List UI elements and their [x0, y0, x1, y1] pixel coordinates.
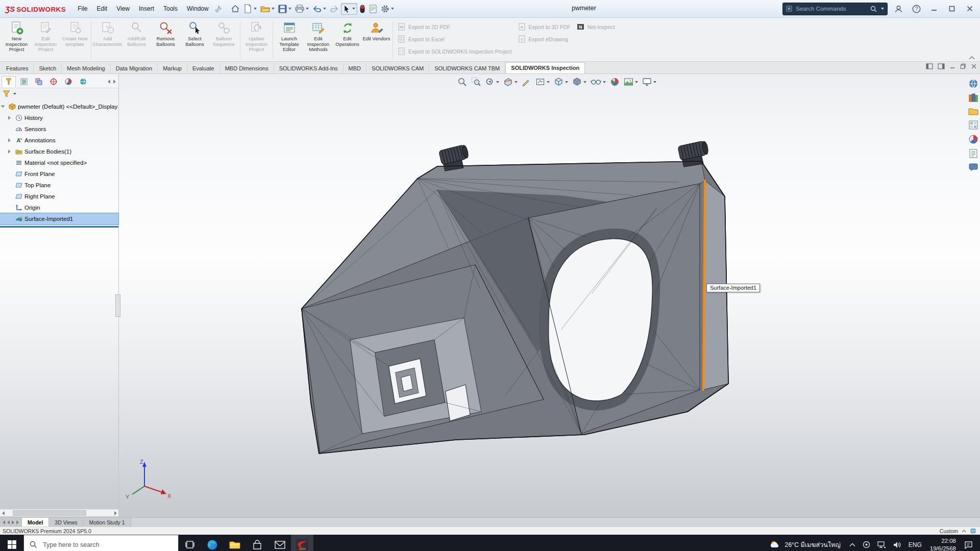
file-explorer-button[interactable]	[224, 535, 246, 551]
displaymanager-tab[interactable]	[62, 76, 75, 87]
taskbar-search-input[interactable]	[42, 541, 173, 549]
menu-insert[interactable]: Insert	[134, 3, 159, 15]
scroll-right-icon[interactable]	[112, 511, 118, 515]
export-excel-button[interactable]: Export to Excel	[398, 35, 512, 43]
view-orientation-icon[interactable]	[552, 76, 570, 88]
new-inspection-project-button[interactable]: New Inspection Project	[2, 19, 31, 61]
select-balloons-button[interactable]: Select Balloons	[180, 19, 209, 61]
filter-funnel-icon[interactable]	[3, 90, 10, 97]
view-settings-icon[interactable]	[641, 77, 658, 87]
export-3d-pdf-button[interactable]: Export to 3D PDF	[518, 23, 571, 31]
propertymanager-tab[interactable]	[17, 76, 31, 87]
tab-mesh-modeling[interactable]: Mesh Modeling	[62, 63, 111, 73]
section-view-icon[interactable]	[502, 76, 519, 88]
tray-app-icon[interactable]	[859, 541, 874, 548]
edit-operations-button[interactable]: Edit Operations	[333, 19, 362, 61]
doc-minimize-icon[interactable]	[949, 63, 955, 69]
zoom-to-fit-icon[interactable]	[456, 76, 469, 88]
doc-restore-icon[interactable]	[960, 63, 966, 69]
weather-widget[interactable]: 26°C มีเมฆส่วนใหญ่	[765, 540, 846, 550]
minimize-button[interactable]	[927, 3, 941, 15]
export-edrawing-button[interactable]: e Export eDrawing	[518, 35, 571, 43]
add-characteristic-button[interactable]: Add Characteristic	[93, 19, 122, 61]
new-document-button[interactable]	[242, 3, 258, 14]
edit-inspection-methods-button[interactable]: Edit Inspection Methods	[304, 19, 333, 61]
edit-vendors-button[interactable]: Edit Vendors	[362, 19, 391, 61]
zoom-to-area-icon[interactable]	[470, 76, 482, 88]
rollback-bar[interactable]	[0, 226, 118, 228]
close-button[interactable]	[963, 3, 977, 15]
design-library-icon[interactable]	[968, 93, 978, 103]
create-new-template-button[interactable]: Create New template	[60, 19, 89, 61]
store-button[interactable]	[246, 535, 268, 551]
display-state-text[interactable]: Custom	[940, 528, 958, 534]
tray-chevron-icon[interactable]	[846, 543, 859, 547]
balloon-sequence-button[interactable]: Balloon Sequence	[209, 19, 238, 61]
tab-mbd-dimensions[interactable]: MBD Dimensions	[220, 63, 274, 73]
tab-data-migration[interactable]: Data Migration	[111, 63, 158, 73]
configurationmanager-tab[interactable]	[32, 76, 45, 87]
tree-item-sensors[interactable]: Sensors	[0, 123, 118, 135]
pin-menu-icon[interactable]	[213, 5, 223, 13]
custom-properties-icon[interactable]	[968, 148, 978, 159]
maximize-button[interactable]	[945, 3, 959, 15]
tab-solidworks-add-ins[interactable]: SOLIDWORKS Add-Ins	[274, 63, 344, 73]
dock-right-icon[interactable]	[938, 63, 945, 69]
export-sw-inspection-button[interactable]: Export to SOLIDWORKS Inspection Project	[398, 47, 512, 55]
tree-item-root[interactable]: pwmeter (Default) <<Default>_Display	[0, 101, 118, 112]
menu-tools[interactable]: Tools	[159, 3, 182, 15]
display-style-icon[interactable]	[571, 76, 588, 88]
edit-appearance-icon[interactable]	[608, 76, 621, 88]
model-tab[interactable]: Model	[22, 518, 49, 527]
scroll-left-icon[interactable]	[0, 511, 6, 515]
forum-icon[interactable]	[968, 163, 978, 172]
account-icon[interactable]	[891, 3, 905, 15]
tab-solidworks-cam-tbm[interactable]: SOLIDWORKS CAM TBM	[429, 63, 505, 73]
display-state-caret-icon[interactable]	[962, 530, 966, 533]
tab-features[interactable]: Features	[1, 63, 34, 73]
tab-first-icon[interactable]	[3, 520, 5, 524]
menu-edit[interactable]: Edit	[92, 3, 112, 15]
panel-splitter-handle[interactable]	[115, 294, 120, 317]
apply-scene-icon[interactable]	[622, 77, 640, 87]
volume-icon[interactable]	[890, 541, 905, 548]
start-button[interactable]	[0, 535, 23, 551]
mail-button[interactable]	[268, 535, 291, 551]
net-inspect-button[interactable]: N Net-Inspect	[577, 23, 615, 31]
tree-item-top-plane[interactable]: Top Plane	[0, 180, 118, 191]
tree-item-origin[interactable]: Origin	[0, 202, 118, 213]
tab-sketch[interactable]: Sketch	[34, 63, 62, 73]
properties-button[interactable]	[368, 4, 379, 14]
edge-button[interactable]	[201, 535, 224, 551]
open-document-button[interactable]	[259, 4, 276, 14]
dimxpertmanager-tab[interactable]	[47, 76, 60, 87]
doc-close-icon[interactable]	[971, 63, 977, 69]
magnet-tool-icon[interactable]	[358, 4, 367, 14]
appearances-icon[interactable]	[968, 134, 978, 144]
tab-solidworks-cam[interactable]: SOLIDWORKS CAM	[366, 63, 429, 73]
dock-left-icon[interactable]	[926, 63, 933, 69]
tab-last-icon[interactable]	[16, 520, 19, 524]
tab-next-icon[interactable]	[12, 520, 14, 524]
tab-evaluate[interactable]: Evaluate	[187, 63, 220, 73]
tree-item-surface-imported1[interactable]: Surface-Imported1	[0, 213, 118, 224]
tree-item-history[interactable]: History	[0, 112, 118, 123]
graphics-area[interactable]: Z X Y	[0, 74, 980, 517]
add-edit-balloons-button[interactable]: Add/Edit Balloons	[122, 19, 151, 61]
tree-item-annotations[interactable]: A Annotations	[0, 135, 118, 146]
tab-prev-icon[interactable]	[7, 520, 10, 524]
web-help-globe-icon[interactable]	[970, 528, 976, 534]
hide-show-items-icon[interactable]	[589, 77, 607, 87]
remove-balloons-button[interactable]: Remove Balloons	[151, 19, 180, 61]
help-icon[interactable]: ?	[909, 3, 923, 15]
options-gear-button[interactable]	[379, 4, 396, 14]
tab-markup[interactable]: Markup	[158, 63, 187, 73]
cam-tree-tab[interactable]	[77, 76, 90, 87]
select-tool-button[interactable]	[341, 3, 357, 15]
motion-study-tab[interactable]: Motion Study 1	[84, 518, 131, 527]
update-inspection-project-button[interactable]: Update Inspection Project	[242, 19, 271, 61]
panel-tab-scroll-left-icon[interactable]	[108, 80, 110, 84]
tab-solidworks-inspection[interactable]: SOLIDWORKS Inspection	[505, 62, 585, 73]
search-dropdown-icon[interactable]	[881, 8, 884, 10]
scrollbar-thumb[interactable]	[13, 510, 86, 516]
